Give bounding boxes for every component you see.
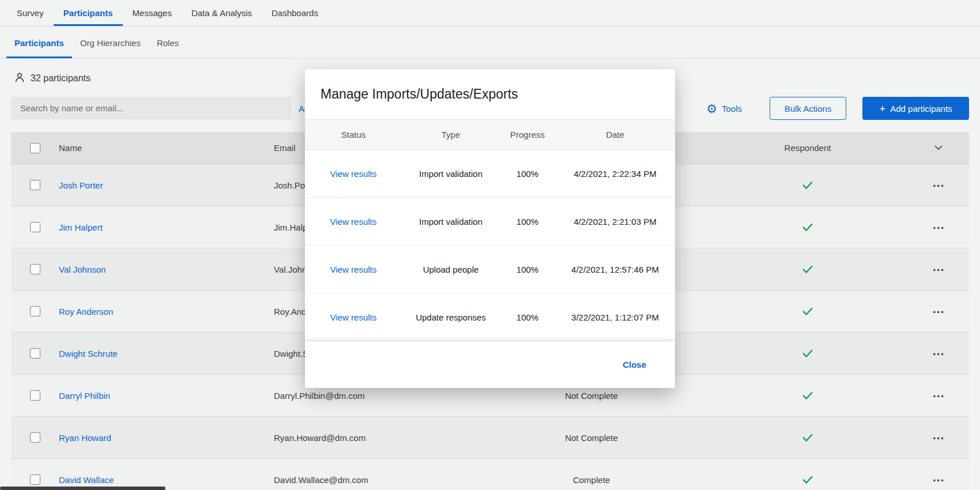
row-checkbox[interactable] <box>30 474 40 485</box>
import-date: 4/2/2021, 2:21:03 PM <box>555 217 675 227</box>
participants-count-row: 32 participants <box>14 70 91 86</box>
participant-email: Darryl.Philbin@dm.com <box>274 391 476 401</box>
row-checkbox[interactable] <box>30 348 40 359</box>
modal-header-progress: Progress <box>500 130 555 140</box>
row-menu-button[interactable]: ⋯ <box>933 432 945 444</box>
chevron-down-icon <box>934 145 943 150</box>
manage-imports-modal: Manage Imports/Updates/Exports Status Ty… <box>305 69 675 388</box>
row-checkbox[interactable] <box>30 264 40 274</box>
participant-status: Not Complete <box>476 391 707 401</box>
gear-icon: ⚙ <box>706 103 717 115</box>
tools-button[interactable]: ⚙ Tools <box>706 103 742 115</box>
tab-messages[interactable]: Messages <box>123 0 182 26</box>
add-participants-button[interactable]: + Add participants <box>862 97 969 120</box>
import-progress: 100% <box>500 265 555 274</box>
import-date: 4/2/2021, 2:22:34 PM <box>555 169 675 179</box>
tools-label: Tools <box>722 104 742 114</box>
header-sort-chevron[interactable] <box>908 145 969 150</box>
subtab-org-hierarchies[interactable]: Org Hierarchies <box>72 27 149 58</box>
participant-name-link[interactable]: Ryan Howard <box>59 433 111 443</box>
tab-dashboards[interactable]: Dashboards <box>262 0 328 26</box>
respondent-check-icon <box>707 263 908 276</box>
tab-participants[interactable]: Participants <box>54 0 123 26</box>
person-icon <box>14 71 25 85</box>
add-participants-label: Add participants <box>890 104 952 114</box>
search-input[interactable] <box>11 97 292 119</box>
row-menu-button[interactable]: ⋯ <box>933 390 945 402</box>
participant-name-link[interactable]: Val Johnson <box>59 265 105 274</box>
row-menu-button[interactable]: ⋯ <box>933 348 945 360</box>
participant-email: David.Wallace@dm.com <box>274 475 476 485</box>
respondent-check-icon <box>707 473 908 486</box>
row-checkbox[interactable] <box>30 222 40 232</box>
import-progress: 100% <box>500 312 555 322</box>
import-progress: 100% <box>500 169 555 179</box>
view-results-link[interactable]: View results <box>330 169 377 179</box>
import-date: 3/22/2021, 1:12:07 PM <box>555 312 675 322</box>
row-menu-button[interactable]: ⋯ <box>933 263 945 276</box>
import-type: Import validation <box>402 169 500 179</box>
view-results-link[interactable]: View results <box>330 265 377 274</box>
subtab-participants[interactable]: Participants <box>6 27 72 58</box>
modal-title: Manage Imports/Updates/Exports <box>321 86 518 102</box>
import-type: Import validation <box>402 217 500 227</box>
row-checkbox[interactable] <box>30 432 40 443</box>
import-progress: 100% <box>500 217 555 227</box>
participants-count: 32 participants <box>31 73 91 84</box>
modal-header: Manage Imports/Updates/Exports <box>305 69 675 119</box>
tab-survey[interactable]: Survey <box>7 0 54 26</box>
modal-row: View results Import validation 100% 4/2/… <box>305 150 675 198</box>
modal-header-date: Date <box>555 130 675 140</box>
subtab-roles[interactable]: Roles <box>149 27 187 58</box>
participant-name-link[interactable]: Darryl Philbin <box>59 391 110 401</box>
respondent-check-icon <box>707 305 908 318</box>
respondent-check-icon <box>707 347 908 360</box>
participant-email: Ryan.Howard@dm.com <box>274 433 476 443</box>
respondent-check-icon <box>707 431 908 444</box>
row-menu-button[interactable]: ⋯ <box>933 221 945 233</box>
participant-name-link[interactable]: Roy Anderson <box>59 307 113 316</box>
header-respondent: Respondent <box>707 143 908 153</box>
select-all-checkbox[interactable] <box>30 143 40 153</box>
participant-name-link[interactable]: Dwight Schrute <box>59 349 118 359</box>
plus-icon: + <box>879 103 885 114</box>
participant-status: Not Complete <box>476 433 707 443</box>
import-type: Upload people <box>402 265 500 274</box>
modal-row: View results Upload people 100% 4/2/2021… <box>305 246 675 293</box>
top-nav: Survey Participants Messages Data & Anal… <box>0 0 980 27</box>
view-results-link[interactable]: View results <box>330 217 377 227</box>
respondent-check-icon <box>707 179 908 191</box>
import-type: Update responses <box>402 312 500 322</box>
row-checkbox[interactable] <box>30 390 40 401</box>
horizontal-scrollbar-thumb[interactable] <box>0 487 165 490</box>
row-checkbox[interactable] <box>30 306 40 316</box>
import-date: 4/2/2021, 12:57:46 PM <box>555 265 675 274</box>
participant-name-link[interactable]: Jim Halpert <box>59 223 103 232</box>
row-menu-button[interactable]: ⋯ <box>933 306 945 318</box>
row-menu-button[interactable]: ⋯ <box>933 179 945 191</box>
header-name: Name <box>59 143 274 153</box>
participant-status: Complete <box>476 475 707 485</box>
modal-row: View results Update responses 100% 3/22/… <box>305 293 675 341</box>
row-checkbox[interactable] <box>30 180 40 190</box>
participant-name-link[interactable]: David Wallace <box>59 475 114 485</box>
participant-name-link[interactable]: Josh Porter <box>59 180 103 190</box>
modal-row: View results Import validation 100% 4/2/… <box>305 198 675 246</box>
row-menu-button[interactable]: ⋯ <box>933 474 945 486</box>
tab-data-analysis[interactable]: Data & Analysis <box>182 0 262 26</box>
view-results-link[interactable]: View results <box>330 312 377 322</box>
modal-header-status: Status <box>305 130 402 140</box>
modal-footer: Close <box>305 341 675 388</box>
close-button[interactable]: Close <box>623 360 646 370</box>
sub-nav: Participants Org Hierarchies Roles <box>0 27 980 59</box>
modal-header-type: Type <box>402 130 500 140</box>
modal-table-header: Status Type Progress Date <box>305 119 675 150</box>
table-row: David Wallace David.Wallace@dm.com Compl… <box>11 459 969 490</box>
respondent-check-icon <box>707 221 908 233</box>
bulk-actions-button[interactable]: Bulk Actions <box>770 97 846 120</box>
table-row: Ryan Howard Ryan.Howard@dm.com Not Compl… <box>11 417 969 459</box>
respondent-check-icon <box>707 389 908 402</box>
